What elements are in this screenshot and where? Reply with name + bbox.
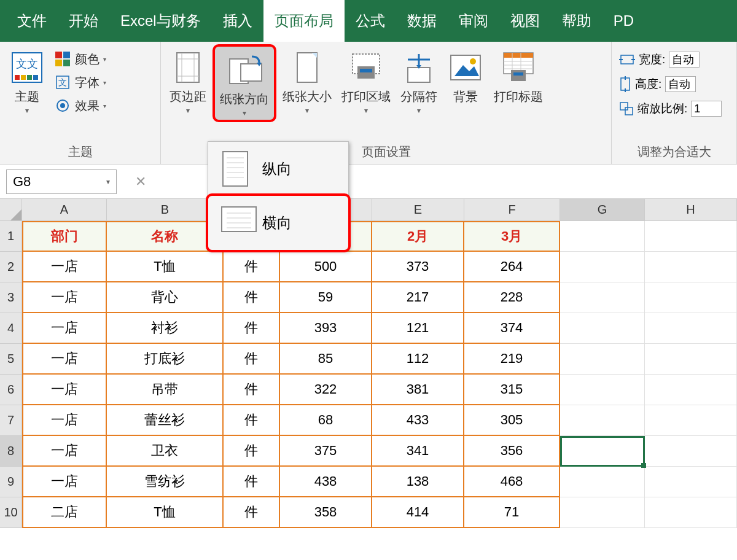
height-input[interactable] xyxy=(665,76,696,92)
cell[interactable]: 件 xyxy=(224,344,280,375)
cell[interactable]: 85 xyxy=(280,344,372,375)
cell[interactable]: 雪纺衫 xyxy=(107,467,224,497)
margins-button[interactable]: 页边距 ▾ xyxy=(165,47,211,117)
cell[interactable]: 315 xyxy=(464,375,560,405)
tab-view[interactable]: 视图 xyxy=(499,0,551,42)
print-titles-button[interactable]: 打印标题 xyxy=(489,47,548,107)
tab-insert[interactable]: 插入 xyxy=(212,0,263,42)
cell[interactable]: T恤 xyxy=(107,497,224,528)
cell[interactable]: 背心 xyxy=(107,282,224,313)
cell[interactable]: 打底衫 xyxy=(107,344,224,375)
cell[interactable]: 356 xyxy=(464,436,560,467)
cell[interactable]: 二店 xyxy=(22,497,107,528)
cell[interactable] xyxy=(560,282,645,313)
orientation-portrait[interactable]: 纵向 xyxy=(208,142,348,196)
cell[interactable]: 一店 xyxy=(22,252,107,282)
cell[interactable]: 蕾丝衫 xyxy=(107,405,224,436)
cell[interactable]: 438 xyxy=(280,467,372,497)
row-header-2[interactable]: 2 xyxy=(0,252,22,282)
cell[interactable]: 500 xyxy=(280,252,372,282)
cell[interactable] xyxy=(645,405,737,436)
cell[interactable] xyxy=(645,344,737,375)
cell[interactable] xyxy=(560,467,645,497)
row-header-4[interactable]: 4 xyxy=(0,313,22,344)
orientation-button[interactable]: 纸张方向 ▾ xyxy=(213,44,276,122)
cell[interactable]: 138 xyxy=(372,467,464,497)
breaks-button[interactable]: 分隔符 ▾ xyxy=(396,47,442,117)
cell[interactable]: 468 xyxy=(464,467,560,497)
cell[interactable] xyxy=(560,405,645,436)
cell[interactable]: 59 xyxy=(280,282,372,313)
spreadsheet-grid[interactable]: A B C D E F G H 1 部门 名称 单位 1月 2月 3月 2一店T… xyxy=(0,199,737,528)
cell[interactable]: 358 xyxy=(280,497,372,528)
width-input[interactable] xyxy=(669,52,700,68)
header-cell[interactable]: 3月 xyxy=(464,221,560,252)
cell[interactable]: T恤 xyxy=(107,252,224,282)
row-header-5[interactable]: 5 xyxy=(0,344,22,375)
cell[interactable]: 件 xyxy=(224,313,280,344)
cell[interactable]: 375 xyxy=(280,436,372,467)
cell[interactable] xyxy=(645,467,737,497)
cell[interactable]: 264 xyxy=(464,252,560,282)
cell[interactable]: 一店 xyxy=(22,282,107,313)
cell[interactable]: 件 xyxy=(224,252,280,282)
cell[interactable]: 374 xyxy=(464,313,560,344)
cell[interactable] xyxy=(645,282,737,313)
scale-input[interactable] xyxy=(691,101,722,117)
tab-page-layout[interactable]: 页面布局 xyxy=(263,0,345,42)
cell[interactable] xyxy=(645,252,737,282)
cell[interactable]: 一店 xyxy=(22,467,107,497)
cell[interactable]: 322 xyxy=(280,375,372,405)
cell[interactable]: 71 xyxy=(464,497,560,528)
row-header-9[interactable]: 9 xyxy=(0,467,22,497)
cell[interactable] xyxy=(560,497,645,528)
cell[interactable] xyxy=(560,313,645,344)
cell[interactable]: 414 xyxy=(372,497,464,528)
tab-data[interactable]: 数据 xyxy=(396,0,448,42)
cell[interactable]: 373 xyxy=(372,252,464,282)
cell[interactable]: 341 xyxy=(372,436,464,467)
background-button[interactable]: 背景 xyxy=(442,47,489,107)
header-cell[interactable]: 2月 xyxy=(372,221,464,252)
cell[interactable]: 件 xyxy=(224,375,280,405)
cell[interactable]: 一店 xyxy=(22,405,107,436)
cell[interactable] xyxy=(560,375,645,405)
cell[interactable] xyxy=(560,436,645,467)
col-header-F[interactable]: F xyxy=(464,199,560,221)
cell[interactable]: 件 xyxy=(224,436,280,467)
row-header-7[interactable]: 7 xyxy=(0,405,22,436)
row-header-10[interactable]: 10 xyxy=(0,497,22,528)
cell[interactable]: 393 xyxy=(280,313,372,344)
cell[interactable] xyxy=(645,497,737,528)
cell[interactable]: 381 xyxy=(372,375,464,405)
tab-home[interactable]: 开始 xyxy=(58,0,109,42)
tab-formulas[interactable]: 公式 xyxy=(345,0,396,42)
col-header-A[interactable]: A xyxy=(22,199,107,221)
effects-button[interactable]: 效果 ▾ xyxy=(50,96,110,115)
col-header-G[interactable]: G xyxy=(560,199,645,221)
fonts-button[interactable]: 文 字体 ▾ xyxy=(50,72,110,92)
cell[interactable]: 件 xyxy=(224,497,280,528)
tab-file[interactable]: 文件 xyxy=(6,0,58,42)
cell[interactable]: 件 xyxy=(224,282,280,313)
cell[interactable]: 121 xyxy=(372,313,464,344)
cell[interactable]: 68 xyxy=(280,405,372,436)
cell[interactable] xyxy=(560,221,645,252)
cell[interactable] xyxy=(560,252,645,282)
size-button[interactable]: 纸张大小 ▾ xyxy=(278,47,337,117)
cell[interactable]: 一店 xyxy=(22,313,107,344)
cell[interactable]: 衬衫 xyxy=(107,313,224,344)
row-header-8[interactable]: 8 xyxy=(0,436,22,467)
name-box[interactable]: G8 ▾ xyxy=(6,169,117,194)
cell[interactable]: 219 xyxy=(464,344,560,375)
cell[interactable] xyxy=(645,313,737,344)
select-all-corner[interactable] xyxy=(0,199,22,221)
row-header-6[interactable]: 6 xyxy=(0,375,22,405)
cell[interactable]: 件 xyxy=(224,405,280,436)
row-header-3[interactable]: 3 xyxy=(0,282,22,313)
print-area-button[interactable]: 打印区域 ▾ xyxy=(337,47,396,117)
cell[interactable]: 一店 xyxy=(22,436,107,467)
tab-review[interactable]: 审阅 xyxy=(448,0,499,42)
cell[interactable]: 吊带 xyxy=(107,375,224,405)
tab-excel-finance[interactable]: Excel与财务 xyxy=(109,0,212,42)
